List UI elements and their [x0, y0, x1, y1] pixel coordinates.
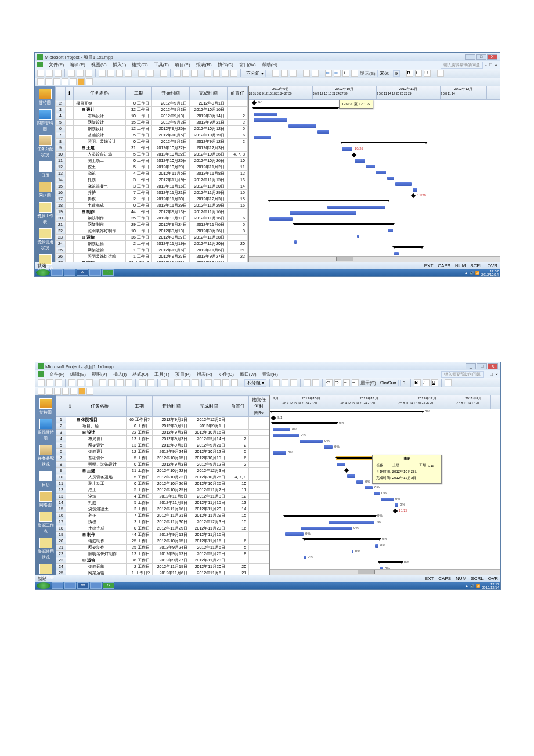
link-icon[interactable]: [160, 70, 167, 77]
cut-icon[interactable]: [99, 379, 106, 386]
info-icon[interactable]: [204, 70, 211, 77]
menu-insert[interactable]: 插入(I): [113, 371, 127, 377]
col-pred[interactable]: 前置任: [227, 87, 247, 100]
zoom-in-icon[interactable]: [272, 70, 279, 77]
menu-edit[interactable]: 编辑(E): [70, 62, 85, 68]
doc-close[interactable]: - □ ×: [486, 372, 498, 377]
redo-icon[interactable]: [147, 379, 154, 386]
table-row[interactable]: 23⊟ 运输36 工作日2012年9月27日2012年11月28日: [56, 235, 248, 241]
help-search[interactable]: 键入需要帮助的问题: [441, 371, 484, 378]
table-row[interactable]: 24钢筋运输2 工作日2012年11月19日2012年11月20日20: [56, 241, 248, 247]
table-row[interactable]: 6钢筋设计12 工作日2012年9月26日2012年10月12日5: [56, 126, 248, 132]
sidebar-track[interactable]: 跟踪甘特图: [37, 417, 55, 442]
close-button[interactable]: X: [487, 54, 497, 60]
italic-icon[interactable]: I: [423, 379, 430, 386]
viewbar-icon-6[interactable]: [78, 388, 85, 395]
table-row[interactable]: 25网架运输1 工作日2012年11月6日2012年11月6日21: [56, 247, 248, 254]
col-start[interactable]: 开始时间: [151, 87, 189, 100]
table-row[interactable]: 18土建完成0 工作日2012年11月29日2012年11月29日16: [56, 203, 248, 209]
menu-file[interactable]: 文件(F): [49, 62, 64, 68]
table-row[interactable]: 15浇筑混凝土3 工作日2012年11月16日2012年11月20日14: [56, 183, 248, 190]
col-finish[interactable]: 完成时间: [189, 87, 227, 100]
preview-icon[interactable]: [77, 379, 84, 386]
tray-icon[interactable]: 🔊: [470, 271, 474, 275]
task-table[interactable]: ℹ 任务名称 工期 开始时间 完成时间 前置任 物资任何时间% 1⊟ 体院项目6…: [56, 395, 269, 575]
open-icon[interactable]: [46, 379, 53, 386]
undo-icon[interactable]: [139, 379, 146, 386]
paste-icon[interactable]: [117, 379, 124, 386]
menu-edit[interactable]: 编辑(E): [70, 371, 86, 377]
gantt-chart[interactable]: 9月 2012年10月3 6 9 12 15 18 21 24 27 30 20…: [270, 395, 500, 575]
titlebar[interactable]: Microsoft Project - 项目1.1x1mpp _ □ X: [35, 53, 500, 61]
format-painter-icon[interactable]: [125, 379, 132, 386]
size-dropdown[interactable]: 9: [393, 70, 400, 77]
menu-collab[interactable]: 协作(C): [218, 62, 233, 68]
menu-report[interactable]: 报表(R): [196, 62, 212, 68]
sidebar-gantt[interactable]: 甘特图: [37, 88, 54, 107]
taskbar-app[interactable]: W: [77, 582, 89, 589]
viewbar-icon-1[interactable]: [37, 78, 44, 85]
zoom-out-icon[interactable]: [282, 379, 288, 386]
table-row[interactable]: 5网架设计15 工作日2012年9月3日2012年9月21日2: [56, 120, 248, 126]
table-row[interactable]: 3⊟ 设计32 工作日2012年9月3日2012年10月16日: [56, 107, 248, 113]
col-name[interactable]: 任务名称: [74, 396, 126, 417]
copy-icon[interactable]: [108, 379, 115, 386]
sidebar-network[interactable]: 网络图: [37, 490, 55, 509]
maximize-button[interactable]: □: [476, 54, 486, 60]
table-row[interactable]: 19⊟ 制作44 工作日2012年9月13日2012年11月16日: [56, 209, 248, 215]
menu-format[interactable]: 格式(O): [132, 371, 149, 377]
menu-project[interactable]: 项目(P): [175, 62, 190, 68]
menu-window[interactable]: 窗口(W): [240, 371, 257, 377]
menu-tools[interactable]: 工具(T): [154, 371, 169, 377]
table-row[interactable]: 1⊟ 体院项目66 工作日?2012年9月1日2012年12月6日: [56, 417, 269, 423]
menu-help[interactable]: 帮助(H): [262, 62, 277, 68]
viewbar-icon-3[interactable]: [54, 388, 61, 395]
gantt-chart[interactable]: 2012年9月28 31 3 6 9 12 15 18 21 24 27 30 …: [249, 86, 500, 262]
copy-picture-icon[interactable]: [303, 70, 310, 77]
taskbar-app[interactable]: S: [102, 269, 114, 276]
viewbar-icon-7[interactable]: [86, 78, 93, 85]
show-outline-icon[interactable]: +: [342, 70, 349, 77]
table-row[interactable]: 5网架设计13 工作日2012年9月3日2012年9月21日2: [56, 442, 269, 449]
taskbar-app[interactable]: [64, 582, 76, 589]
col-duration[interactable]: 工期: [125, 87, 151, 100]
table-row[interactable]: 22照明装饰灯制作13 工作日2012年9月13日2012年9月26日8: [56, 551, 269, 557]
link-icon[interactable]: [161, 379, 168, 386]
table-row[interactable]: 25网架运输1 工作日?2012年11月6日2012年11月6日21: [56, 570, 269, 575]
paste-icon[interactable]: [116, 70, 123, 77]
menu-view[interactable]: 视图(V): [92, 371, 107, 377]
sidebar-resuse[interactable]: 资源使用状况: [37, 537, 55, 561]
gantt-hscroll[interactable]: [249, 256, 500, 262]
new-icon[interactable]: [37, 70, 44, 77]
tray-icon[interactable]: ▲: [465, 584, 468, 588]
notes-icon[interactable]: [214, 379, 221, 386]
taskbar-app[interactable]: [64, 269, 75, 276]
task-table[interactable]: ℹ 任务名称 工期 开始时间 完成时间 前置任 2项目开始0 工作日2012年9…: [55, 86, 248, 262]
help-search[interactable]: 键入需要帮助的问题: [441, 62, 483, 69]
table-row[interactable]: 12挖土5 工作日2012年10月29日2012年11月2日11: [56, 164, 248, 171]
table-row[interactable]: 4布局设计10 工作日2012年9月3日2012年9月14日2: [56, 113, 248, 120]
table-row[interactable]: 10人员设备进场5 工作日2012年10月22日2012年10月26日4, 7,…: [56, 474, 269, 481]
table-row[interactable]: 20钢筋制作25 工作日2012年10月15日2012年11月16日6: [56, 538, 269, 545]
sidebar-track[interactable]: 跟踪甘特图: [37, 108, 54, 133]
table-row[interactable]: 17拆模2 工作日2012年11月30日2012年12月3日15: [56, 519, 269, 525]
menu-view[interactable]: 视图(V): [91, 62, 107, 68]
table-row[interactable]: 15浇筑混凝土3 工作日2012年11月16日2012年11月20日14: [56, 506, 269, 513]
underline-icon[interactable]: U: [424, 70, 431, 77]
group-dropdown[interactable]: 不分组 ▾: [244, 379, 266, 387]
align-icon[interactable]: [437, 70, 444, 77]
underline-icon[interactable]: U: [431, 379, 438, 386]
sidebar-network[interactable]: 网络图: [37, 181, 54, 200]
sidebar-resuse[interactable]: 资源使用状况: [37, 227, 54, 252]
table-row[interactable]: 3⊟ 设计32 工作日2012年9月3日2012年10月16日: [56, 430, 269, 436]
table-row[interactable]: 7基础设计5 工作日2012年10月15日2012年10月19日6: [56, 455, 269, 462]
show-outline-icon[interactable]: +: [343, 379, 350, 386]
link-tasks-icon[interactable]: [174, 70, 181, 77]
table-row[interactable]: 11测土动工0 工作日2012年10月26日2012年10月26日10: [56, 158, 248, 164]
taskbar-app[interactable]: [51, 269, 63, 276]
format-painter-icon[interactable]: [125, 70, 132, 77]
table-row[interactable]: 17拆模2 工作日2012年11月30日2012年12月3日15: [56, 196, 248, 203]
table-row[interactable]: 2项目开始0 工作日2012年9月1日2012年9月1日: [56, 423, 269, 430]
menu-file[interactable]: 文件(F): [49, 371, 64, 377]
open-icon[interactable]: [46, 70, 53, 77]
